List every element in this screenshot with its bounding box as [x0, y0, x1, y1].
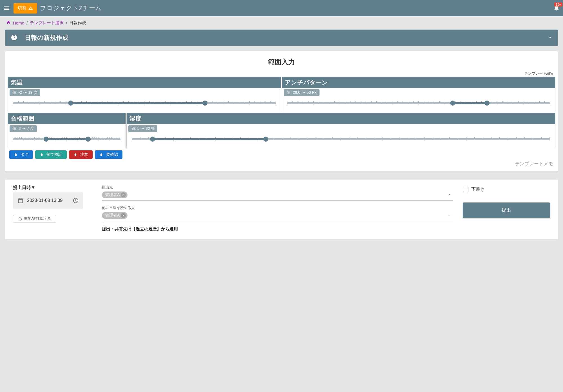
team-title: プロジェクトZチーム	[40, 4, 102, 12]
notifications-button[interactable]: 10+	[553, 5, 560, 12]
dropdown-icon[interactable]	[448, 213, 452, 218]
triangle-up-icon	[28, 6, 33, 11]
slider-thumb-high[interactable]	[484, 101, 490, 106]
datetime-value: 2023-01-08 13:09	[27, 198, 62, 203]
range-slider[interactable]	[287, 102, 550, 104]
range-title: 気温	[8, 77, 281, 88]
notification-badge: 10+	[554, 3, 562, 6]
app-header: 切替 プロジェクトZチーム 10+	[0, 0, 563, 16]
slider-thumb-low[interactable]	[68, 101, 73, 106]
trash-icon	[14, 153, 18, 157]
breadcrumb: Home / テンプレート選択 / 日報作成	[0, 16, 563, 30]
tag-row: タグ 後で検証 注意 要確認	[8, 148, 555, 159]
range-temperature: 気温 値: -2 〜 19 度	[8, 77, 281, 112]
range-value-chip: 値: -2 〜 19 度	[10, 89, 40, 96]
history-note[interactable]: 提出・共有先は【過去の履歴】から適用	[102, 226, 453, 232]
range-input-card: 範囲入力 テンプレート編集 気温 値: -2 〜 19 度 アンチパターン 値:…	[5, 51, 558, 172]
tag-button-warn[interactable]: 注意	[69, 150, 93, 159]
trash-icon	[40, 153, 44, 157]
slider-thumb-high[interactable]	[86, 137, 91, 142]
reader-select[interactable]: 管理者A ✕	[102, 211, 453, 221]
range-title: アンチパターン	[282, 77, 555, 88]
range-value-chip: 値: 5 〜 32 %	[128, 125, 157, 132]
home-icon[interactable]	[6, 20, 11, 26]
tag-button-later[interactable]: 後で検証	[35, 150, 67, 159]
tag-button-tag[interactable]: タグ	[9, 150, 33, 159]
user-chip: 管理者A ✕	[102, 191, 128, 198]
switch-button[interactable]: 切替	[14, 3, 37, 14]
slider-thumb-low[interactable]	[150, 137, 155, 142]
submit-button[interactable]: 提出	[463, 202, 550, 218]
user-chip: 管理者A ✕	[102, 212, 128, 219]
range-slider[interactable]	[13, 138, 120, 140]
range-humidity: 湿度 値: 5 〜 32 %	[126, 113, 555, 148]
datetime-label[interactable]: 提出日時▼	[13, 185, 92, 191]
range-antipattern: アンチパターン 値: 28.6 〜 50 Px	[282, 77, 555, 112]
range-slider[interactable]	[132, 138, 550, 140]
card-title: 範囲入力	[8, 54, 555, 71]
tag-button-check[interactable]: 要確認	[95, 150, 122, 159]
help-icon[interactable]	[11, 34, 17, 42]
draft-checkbox[interactable]	[463, 187, 468, 192]
breadcrumb-template[interactable]: テンプレート選択	[30, 20, 64, 26]
set-now-button[interactable]: 現在の時刻にする	[13, 215, 56, 222]
clock-icon	[73, 197, 79, 204]
section-title: 日報の新規作成	[25, 34, 68, 42]
slider-thumb-high[interactable]	[202, 101, 207, 106]
submit-panel: 提出日時▼ 2023-01-08 13:09 現在の時刻にする 提出先 管理者A…	[5, 180, 558, 239]
range-slider[interactable]	[13, 102, 276, 104]
template-edit-link[interactable]: テンプレート編集	[8, 71, 555, 76]
range-pass: 合格範囲 値: 3 〜 7 度	[8, 113, 126, 148]
range-title: 合格範囲	[8, 113, 126, 124]
chevron-down-icon	[547, 35, 552, 40]
range-value-chip: 値: 28.6 〜 50 Px	[284, 89, 320, 96]
draft-label: 下書き	[471, 186, 485, 192]
breadcrumb-current: 日報作成	[69, 20, 86, 26]
reader-label: 他に日報を読める人	[102, 205, 453, 210]
clock-icon	[18, 217, 22, 221]
trash-icon	[73, 153, 77, 157]
breadcrumb-home[interactable]: Home	[13, 21, 24, 25]
slider-thumb-low[interactable]	[44, 137, 49, 142]
datetime-input[interactable]: 2023-01-08 13:09	[13, 192, 83, 209]
remove-chip-icon[interactable]: ✕	[121, 192, 126, 197]
dest-select[interactable]: 管理者A ✕	[102, 190, 453, 201]
section-header[interactable]: 日報の新規作成	[5, 30, 558, 46]
range-title: 湿度	[127, 113, 555, 124]
remove-chip-icon[interactable]: ✕	[121, 213, 126, 218]
dest-label: 提出先	[102, 185, 453, 190]
trash-icon	[99, 153, 103, 157]
calendar-icon	[17, 197, 24, 204]
template-memo-link[interactable]: テンプレートメモ	[8, 159, 555, 167]
collapse-toggle[interactable]	[547, 35, 552, 41]
dropdown-icon[interactable]	[448, 193, 452, 197]
slider-thumb-low[interactable]	[450, 101, 455, 106]
menu-icon[interactable]	[3, 5, 10, 12]
slider-thumb-high[interactable]	[263, 137, 268, 142]
range-value-chip: 値: 3 〜 7 度	[10, 125, 37, 132]
switch-label: 切替	[17, 5, 26, 11]
